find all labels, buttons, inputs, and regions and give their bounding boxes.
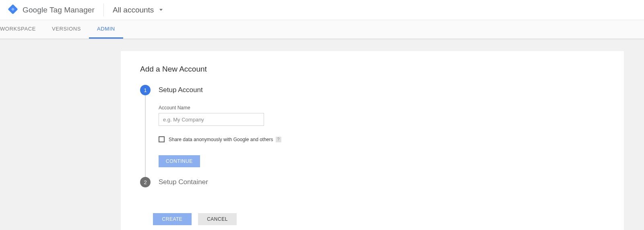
- step-1-body: Setup Account Account Name Share data an…: [159, 85, 605, 177]
- gtm-logo-icon: [8, 4, 18, 15]
- logo-rest: Tag Manager: [47, 6, 95, 14]
- caret-down-icon: [159, 9, 163, 11]
- account-picker[interactable]: All accounts: [113, 6, 163, 14]
- account-picker-label: All accounts: [113, 6, 154, 14]
- tab-workspace[interactable]: WORKSPACE: [0, 20, 44, 39]
- step-connector: [145, 95, 146, 182]
- step-1-title: Setup Account: [159, 85, 605, 95]
- tab-admin[interactable]: ADMIN: [89, 20, 123, 39]
- share-data-row: Share data anonymously with Google and o…: [159, 136, 605, 142]
- logo[interactable]: Google Tag Manager: [8, 4, 104, 16]
- create-button[interactable]: CREATE: [153, 213, 192, 225]
- step-2-body: Setup Container: [159, 177, 605, 197]
- step-setup-container: 2 Setup Container: [140, 177, 605, 197]
- step-setup-account: 1 Setup Account Account Name Share data …: [140, 85, 605, 177]
- secondary-nav: WORKSPACE VERSIONS ADMIN: [0, 20, 644, 39]
- step-2-title: Setup Container: [159, 177, 605, 187]
- account-name-input[interactable]: [159, 113, 264, 126]
- cancel-button[interactable]: CANCEL: [198, 213, 237, 225]
- setup-card: Add a New Account 1 Setup Account Accoun…: [121, 51, 624, 230]
- step-2-badge: 2: [140, 177, 151, 187]
- logo-bold: Google: [23, 6, 47, 14]
- account-name-label: Account Name: [159, 105, 605, 111]
- tab-versions[interactable]: VERSIONS: [44, 20, 89, 39]
- content-area: Add a New Account 1 Setup Account Accoun…: [0, 39, 644, 230]
- share-data-label: Share data anonymously with Google and o…: [169, 137, 273, 142]
- card-title: Add a New Account: [140, 65, 605, 74]
- continue-wrap: CONTINUE: [159, 155, 605, 167]
- logo-text: Google Tag Manager: [23, 6, 95, 14]
- share-data-checkbox[interactable]: [159, 136, 165, 142]
- continue-button[interactable]: CONTINUE: [159, 155, 200, 167]
- top-bar: Google Tag Manager All accounts: [0, 0, 644, 20]
- step-1-badge: 1: [140, 85, 151, 95]
- help-icon[interactable]: ?: [276, 137, 281, 142]
- footer-actions: CREATE CANCEL: [153, 213, 605, 225]
